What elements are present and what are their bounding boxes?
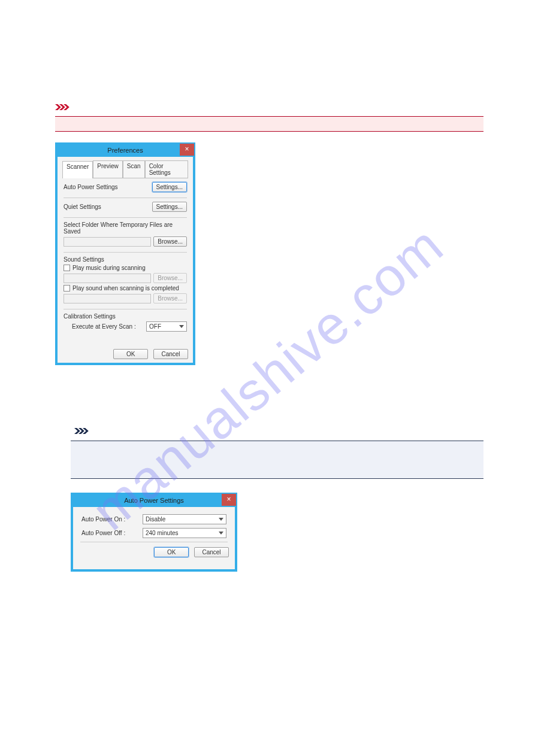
auto-power-titlebar: Auto Power Settings × bbox=[73, 495, 235, 507]
auto-power-settings-label: Auto Power Settings bbox=[64, 184, 118, 190]
play-music-checkbox[interactable] bbox=[64, 265, 70, 271]
preferences-titlebar: Preferences × bbox=[58, 145, 193, 157]
temp-folder-input[interactable] bbox=[64, 237, 151, 247]
auto-power-cancel-button[interactable]: Cancel bbox=[194, 547, 229, 557]
quiet-settings-button[interactable]: Settings... bbox=[152, 202, 187, 212]
play-sound-path-input[interactable] bbox=[64, 294, 151, 303]
calibration-settings-label: Calibration Settings bbox=[64, 313, 187, 320]
play-sound-checkbox[interactable] bbox=[64, 285, 70, 292]
play-sound-label: Play sound when scanning is completed bbox=[72, 285, 179, 292]
svg-marker-0 bbox=[55, 104, 61, 110]
auto-power-title: Auto Power Settings bbox=[124, 495, 184, 506]
preferences-dialog: Preferences × Scanner Preview Scan Color… bbox=[55, 142, 195, 365]
temp-folder-browse-button[interactable]: Browse... bbox=[153, 236, 187, 247]
sound-settings-label: Sound Settings bbox=[64, 256, 187, 263]
preferences-footer: OK Cancel bbox=[58, 345, 193, 363]
auto-power-body: Auto Power On : Disable Auto Power Off :… bbox=[73, 507, 235, 561]
play-music-path-input[interactable] bbox=[64, 274, 151, 283]
tab-scan[interactable]: Scan bbox=[123, 160, 145, 178]
play-music-label: Play music during scanning bbox=[72, 265, 146, 271]
auto-power-off-select[interactable]: 240 minutes bbox=[143, 528, 226, 538]
note-banner-blue bbox=[71, 441, 483, 479]
auto-power-on-select[interactable]: Disable bbox=[143, 514, 226, 524]
quiet-settings-label: Quiet Settings bbox=[64, 204, 101, 210]
svg-marker-3 bbox=[74, 428, 80, 434]
preferences-tabs: Scanner Preview Scan Color Settings bbox=[62, 160, 188, 178]
play-sound-browse-button[interactable]: Browse... bbox=[153, 293, 187, 303]
auto-power-off-label: Auto Power Off : bbox=[81, 530, 143, 536]
note-banner-red bbox=[55, 116, 483, 132]
auto-power-on-label: Auto Power On : bbox=[81, 516, 143, 523]
tab-scanner[interactable]: Scanner bbox=[62, 161, 93, 178]
close-icon[interactable]: × bbox=[222, 494, 236, 506]
preferences-title: Preferences bbox=[107, 145, 143, 156]
tab-preview[interactable]: Preview bbox=[93, 160, 123, 178]
close-icon[interactable]: × bbox=[180, 144, 194, 156]
execute-every-scan-select[interactable]: OFF bbox=[146, 321, 187, 332]
preferences-ok-button[interactable]: OK bbox=[113, 349, 148, 359]
auto-power-settings-button[interactable]: Settings... bbox=[152, 182, 187, 192]
temp-folder-label: Select Folder Where Temporary Files are … bbox=[64, 221, 187, 235]
auto-power-ok-button[interactable]: OK bbox=[154, 547, 189, 557]
tab-color-settings[interactable]: Color Settings bbox=[145, 160, 188, 178]
play-music-browse-button[interactable]: Browse... bbox=[153, 273, 187, 283]
execute-every-scan-label: Execute at Every Scan : bbox=[64, 323, 136, 330]
chevron-blue-icon bbox=[74, 427, 91, 435]
auto-power-dialog: Auto Power Settings × Auto Power On : Di… bbox=[71, 493, 237, 572]
chevron-red-icon bbox=[55, 103, 72, 111]
preferences-cancel-button[interactable]: Cancel bbox=[153, 349, 188, 359]
